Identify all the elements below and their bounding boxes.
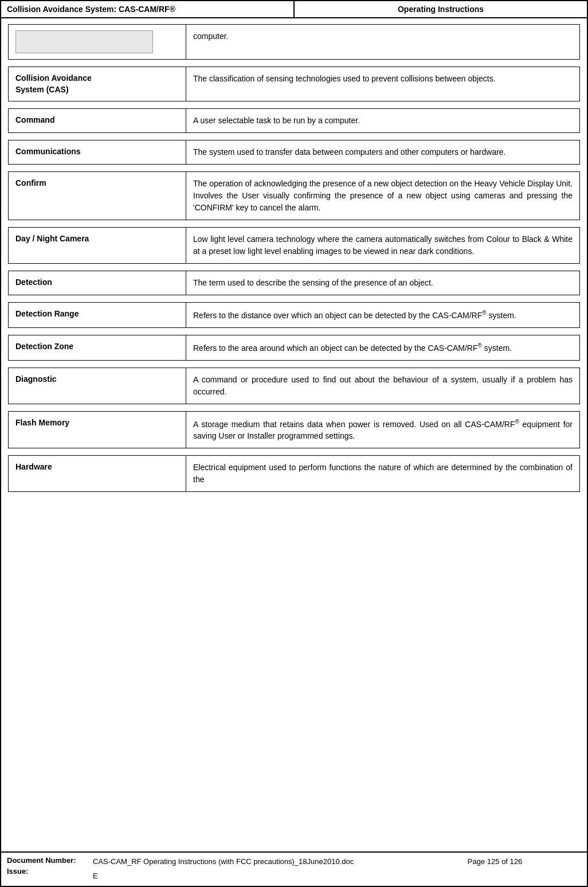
- definition-cell: The term used to describe the sensing of…: [186, 271, 579, 295]
- page-header: Collision Avoidance System: CAS-CAM/RF® …: [1, 1, 587, 18]
- glossary-row: Detection RangeRefers to the distance ov…: [8, 302, 580, 328]
- term-cell: Detection: [9, 271, 186, 295]
- term-cell: Communications: [9, 140, 186, 164]
- definition-cell: The system used to transfer data between…: [186, 140, 579, 164]
- definition-cell: computer.: [186, 25, 579, 59]
- main-content: computer.Collision AvoidanceSystem (CAS)…: [1, 18, 587, 851]
- term-cell: [9, 25, 186, 59]
- glossary-row: CommandA user selectable task to be run …: [8, 108, 580, 133]
- term-cell: Confirm: [9, 172, 186, 220]
- page-number: Page 125 of 126: [468, 857, 522, 866]
- glossary-row: ConfirmThe operation of acknowledging th…: [8, 171, 580, 220]
- term-cell: Diagnostic: [9, 368, 186, 404]
- definition-cell: Low light level camera technology where …: [186, 228, 579, 263]
- definition-cell: Refers to the distance over which an obj…: [186, 303, 579, 327]
- glossary-row: CommunicationsThe system used to transfe…: [8, 140, 580, 165]
- glossary-row: Day / Night CameraLow light level camera…: [8, 227, 580, 264]
- glossary-row: computer.: [8, 24, 580, 60]
- definition-cell: Electrical equipment used to perform fun…: [186, 456, 579, 491]
- term-label: Hardware: [15, 462, 52, 473]
- term-cell: Collision AvoidanceSystem (CAS): [9, 67, 186, 101]
- term-label: Command: [15, 115, 54, 126]
- footer-doc-label: Document Number: Issue:: [7, 856, 81, 882]
- glossary-row: Collision AvoidanceSystem (CAS)The class…: [8, 67, 580, 101]
- definition-cell: A user selectable task to be run by a co…: [186, 109, 579, 132]
- term-cell: Hardware: [9, 456, 186, 491]
- term-label: Detection Zone: [15, 341, 73, 353]
- term-cell: Flash Memory: [9, 412, 186, 448]
- page-footer: Document Number: Issue: CAS-CAM_RF Opera…: [1, 851, 587, 886]
- doc-number-value: CAS-CAM_RF Operating Instructions (with …: [93, 856, 581, 868]
- doc-number-label: Document Number:: [7, 856, 81, 865]
- term-cell: Command: [9, 109, 186, 132]
- definition-cell: The classification of sensing technologi…: [186, 67, 579, 101]
- definition-cell: A command or procedure used to find out …: [186, 368, 579, 404]
- blank-term-box: [15, 30, 153, 53]
- term-cell: Day / Night Camera: [9, 228, 186, 263]
- definition-cell: A storage medium that retains data when …: [186, 412, 579, 448]
- term-label: Communications: [15, 146, 81, 158]
- issue-value: E: [93, 870, 581, 882]
- definition-cell: The operation of acknowledging the prese…: [186, 172, 579, 220]
- issue-label: Issue:: [7, 867, 81, 876]
- header-left: Collision Avoidance System: CAS-CAM/RF®: [1, 1, 295, 17]
- footer-doc-value: CAS-CAM_RF Operating Instructions (with …: [93, 856, 581, 882]
- term-label: Detection Range: [15, 308, 79, 320]
- term-label: Collision AvoidanceSystem (CAS): [15, 73, 92, 95]
- term-label: Detection: [15, 277, 52, 288]
- definition-cell: Refers to the area around which an objec…: [186, 335, 579, 360]
- glossary-row: HardwareElectrical equipment used to per…: [8, 455, 580, 492]
- term-label: Confirm: [15, 178, 46, 189]
- header-right: Operating Instructions: [295, 1, 587, 17]
- glossary-row: Detection ZoneRefers to the area around …: [8, 335, 580, 361]
- glossary-row: DetectionThe term used to describe the s…: [8, 271, 580, 295]
- term-label: Diagnostic: [15, 374, 57, 385]
- term-label: Day / Night Camera: [15, 233, 89, 245]
- term-cell: Detection Zone: [9, 335, 186, 360]
- term-cell: Detection Range: [9, 303, 186, 327]
- glossary-row: DiagnosticA command or procedure used to…: [8, 368, 580, 404]
- term-label: Flash Memory: [15, 417, 69, 429]
- glossary-row: Flash MemoryA storage medium that retain…: [8, 411, 580, 449]
